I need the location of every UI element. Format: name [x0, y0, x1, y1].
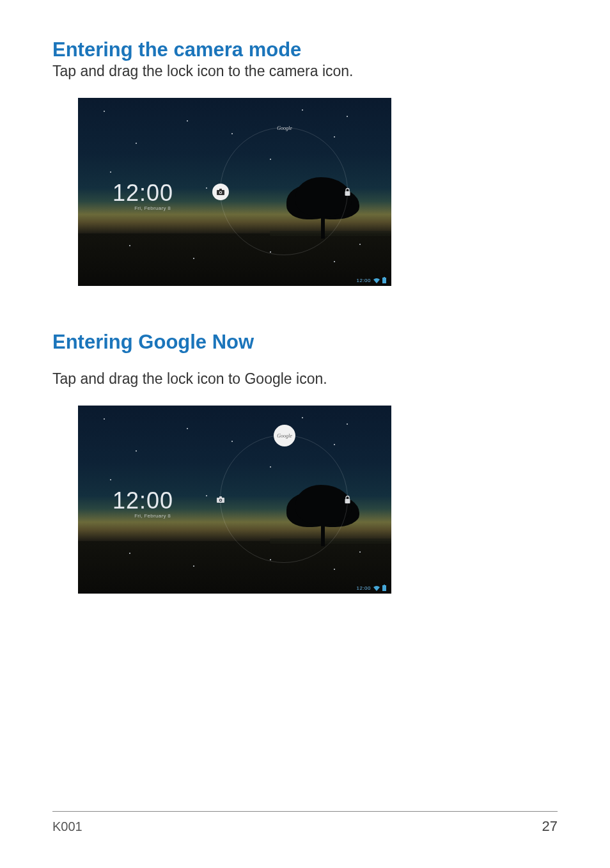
ground-silhouette	[78, 233, 391, 286]
lock-icon	[344, 495, 351, 504]
section-heading-camera: Entering the camera mode	[52, 38, 558, 61]
section-body-camera: Tap and drag the lock icon to the camera…	[52, 63, 558, 80]
status-time: 12:00	[356, 585, 371, 591]
svg-rect-13	[384, 585, 385, 586]
page-footer: K001 27	[52, 811, 558, 835]
svg-rect-11	[345, 499, 350, 503]
unlock-target[interactable]	[341, 186, 353, 198]
unlock-ring[interactable]: Google	[220, 127, 348, 255]
wifi-icon	[373, 278, 380, 283]
google-icon: Google	[277, 433, 292, 439]
svg-rect-1	[219, 189, 222, 191]
footer-page-number: 27	[542, 818, 558, 835]
unlock-ring[interactable]: Google	[220, 435, 348, 563]
svg-rect-4	[345, 191, 350, 196]
section-heading-google-now: Entering Google Now	[52, 331, 558, 354]
unlock-target[interactable]	[341, 494, 353, 505]
battery-icon	[382, 277, 386, 283]
clock-time: 12:00	[113, 487, 173, 514]
battery-icon	[382, 585, 386, 591]
status-bar: 12:00	[356, 585, 386, 591]
svg-point-10	[220, 500, 221, 501]
lockscreen-google-now-screenshot: 12:00 Fri, February 8 Google	[78, 406, 391, 594]
camera-icon	[217, 189, 224, 195]
camera-target[interactable]	[215, 186, 226, 198]
google-icon: Google	[277, 125, 292, 131]
svg-rect-6	[384, 277, 385, 278]
clock-date: Fri, February 8	[113, 205, 173, 211]
wifi-icon	[373, 585, 380, 591]
section-body-google-now: Tap and drag the lock icon to Google ico…	[52, 370, 558, 388]
clock-time: 12:00	[113, 180, 173, 207]
status-time: 12:00	[356, 278, 371, 283]
svg-rect-12	[382, 585, 386, 591]
footer-model: K001	[52, 819, 82, 834]
svg-rect-5	[382, 278, 386, 283]
lock-icon	[344, 187, 351, 196]
camera-icon	[217, 496, 224, 503]
status-bar: 12:00	[356, 277, 386, 283]
clock-date: Fri, February 8	[113, 513, 173, 519]
svg-point-3	[220, 192, 221, 193]
google-target[interactable]: Google	[279, 122, 290, 134]
svg-rect-8	[219, 496, 222, 498]
lockscreen-clock: 12:00 Fri, February 8	[113, 180, 173, 211]
ground-silhouette	[78, 541, 391, 594]
lockscreen-camera-screenshot: 12:00 Fri, February 8 Google	[78, 98, 391, 286]
camera-target[interactable]	[215, 494, 226, 505]
google-target[interactable]: Google	[279, 430, 290, 441]
lockscreen-clock: 12:00 Fri, February 8	[113, 487, 173, 519]
